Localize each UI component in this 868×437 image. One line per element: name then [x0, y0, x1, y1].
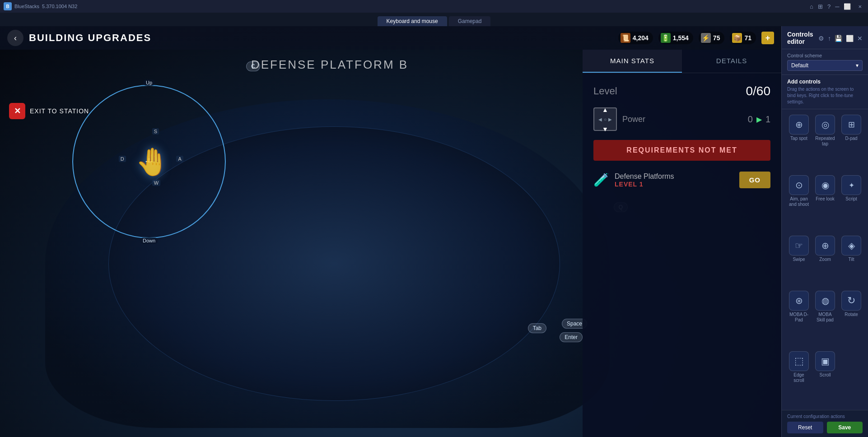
float-key-c: C — [246, 61, 260, 71]
ce-close-icon[interactable]: ✕ — [857, 35, 863, 42]
control-rotate[interactable]: ↻ Rotate — [840, 289, 863, 346]
go-button[interactable]: GO — [739, 172, 770, 188]
power-arrows: ▲ ◀ ○ ▶ ▼ — [598, 106, 612, 133]
zoom-icon: ⊕ — [815, 236, 835, 256]
key-d: D — [119, 156, 126, 162]
control-d-pad[interactable]: ⊞ D-pad — [840, 113, 863, 170]
app-logo: B — [4, 2, 12, 10]
page-title: BUILDING UPGRADES — [29, 32, 151, 44]
moba-dpad-icon: ⊛ — [789, 291, 809, 311]
app-version: 5.370.1004 N32 — [42, 4, 77, 9]
script-icon: ✦ — [841, 175, 861, 195]
power-label: Power — [622, 115, 645, 124]
power-row: ▲ ◀ ○ ▶ ▼ Power 0 ▶ 1 — [593, 107, 770, 131]
scroll-icon: ▣ — [815, 351, 835, 371]
ce-upload-icon[interactable]: ↑ — [828, 35, 831, 42]
reset-button[interactable]: Reset — [787, 422, 823, 433]
control-edge-scroll[interactable]: ⬚ Edge scroll — [787, 349, 811, 406]
tab-main-stats[interactable]: MAIN STATS — [583, 50, 682, 73]
repeated-tap-icon: ◎ — [815, 115, 835, 135]
free-look-label: Free look — [816, 196, 835, 202]
ce-scheme-select[interactable]: Default ▾ — [787, 60, 863, 71]
power-to: 1 — [765, 114, 770, 125]
title-bar-icons: ⌂ ⊞ ? ─ ⬜ × — [810, 3, 864, 10]
level-label: Level — [593, 85, 617, 97]
ce-scheme-value: Default — [791, 62, 808, 69]
control-repeated-tap[interactable]: ◎ Repeated tap — [813, 113, 837, 170]
ce-footer-label: Current configuration actions — [787, 414, 863, 419]
control-moba-dpad[interactable]: ⊛ MOBA D-Pad — [787, 289, 811, 346]
ce-add-title: Add controls — [787, 79, 863, 85]
game-viewport: ‹ BUILDING UPGRADES 📜 4,204 🔋 1,554 ⚡ 75… — [0, 26, 781, 437]
power-arrow-right-icon: ▶ — [756, 115, 762, 124]
gold-value: 71 — [744, 34, 751, 42]
moba-dpad-label: MOBA D-Pad — [789, 312, 809, 323]
minimize-icon[interactable]: ─ — [835, 3, 839, 10]
power-left-icon: ◀ — [598, 117, 602, 122]
power-arrow-down-icon: ▼ — [602, 126, 608, 133]
control-zoom[interactable]: ⊕ Zoom — [813, 234, 837, 285]
requirement-icon: 🧪 — [593, 172, 609, 187]
stats-content: Level 0/60 ▲ ◀ ○ ▶ ▼ — [583, 73, 781, 437]
float-key-enter: Enter — [560, 332, 583, 342]
ce-scheme-section: Control scheme Default ▾ — [782, 49, 868, 75]
moba-skill-label: MOBA Skill pad — [815, 312, 835, 323]
stats-tabs: MAIN STATS DETAILS — [583, 50, 781, 73]
control-overlay: Up Down + S W D A 🤚 — [72, 85, 226, 238]
tilt-label: Tilt — [849, 257, 854, 262]
building-name: DEFENSE PLATFORM B — [251, 58, 408, 72]
ce-add-desc: Drag the actions on the screen to bind k… — [787, 86, 863, 105]
swipe-label: Swipe — [793, 257, 805, 262]
home-icon[interactable]: ⌂ — [810, 3, 813, 10]
power-arrow-up-icon: ▲ — [602, 106, 608, 113]
requirement-text: Defense Platforms LEVEL 1 — [615, 172, 734, 188]
stats-panel: MAIN STATS DETAILS Level 0/60 ▲ ◀ ○ — [583, 50, 781, 437]
edge-scroll-label: Edge scroll — [789, 372, 809, 383]
ce-scheme-label: Control scheme — [787, 53, 863, 58]
control-tilt[interactable]: ◈ Tilt — [840, 234, 863, 285]
close-button[interactable]: × — [855, 3, 864, 10]
save-button[interactable]: Save — [827, 422, 863, 433]
battery-value: 1,554 — [673, 34, 689, 42]
tab-details[interactable]: DETAILS — [682, 50, 781, 73]
control-swipe[interactable]: ☞ Swipe — [787, 234, 811, 285]
ce-settings-icon[interactable]: ⚙ — [818, 35, 824, 42]
gesture-icon: 🤚 — [135, 146, 169, 178]
control-script[interactable]: ✦ Script — [840, 173, 863, 230]
tap-spot-icon: ⊕ — [789, 115, 809, 135]
repeated-tap-label: Repeated tap — [815, 136, 835, 147]
float-key-tab: Tab — [528, 323, 546, 333]
scroll-value: 4,204 — [633, 34, 649, 42]
power-value-row: 0 ▶ 1 — [748, 114, 770, 125]
control-tap-spot[interactable]: ⊕ Tap spot — [787, 113, 811, 170]
ce-title: Controls editor — [787, 31, 818, 45]
ce-add-controls: Add controls Drag the actions on the scr… — [782, 75, 868, 109]
resource-group: 📜 4,204 🔋 1,554 ⚡ 75 📦 71 + — [618, 32, 774, 44]
ce-maximize-icon[interactable]: ⬜ — [846, 35, 854, 42]
grid-icon[interactable]: ⊞ — [818, 3, 823, 10]
back-button[interactable]: ‹ — [7, 30, 23, 46]
aim-pan-shoot-icon: ⊙ — [789, 175, 809, 195]
tab-keyboard[interactable]: Keyboard and mouse — [378, 16, 447, 26]
restore-icon[interactable]: ⬜ — [844, 3, 851, 10]
ce-footer-buttons: Reset Save — [787, 422, 863, 433]
bolt-icon: ⚡ — [701, 33, 711, 43]
tab-bar: Keyboard and mouse Gamepad — [0, 13, 868, 26]
key-w: W — [152, 180, 160, 186]
ce-save-icon[interactable]: 💾 — [835, 35, 842, 42]
resource-scroll: 📜 4,204 — [618, 32, 653, 44]
help-icon[interactable]: ? — [827, 3, 831, 10]
controls-editor: Controls editor ⚙ ↑ 💾 ⬜ ✕ Control scheme… — [781, 26, 868, 437]
ce-controls-grid: ⊕ Tap spot ◎ Repeated tap ⊞ D-pad ⊙ Aim,… — [782, 109, 868, 410]
label-down: Down — [140, 237, 158, 244]
control-scroll[interactable]: ▣ Scroll — [813, 349, 837, 406]
add-resource-button[interactable]: + — [761, 32, 774, 44]
power-dot-icon: ○ — [604, 117, 607, 122]
control-moba-skill[interactable]: ◍ MOBA Skill pad — [813, 289, 837, 346]
control-free-look[interactable]: ◉ Free look — [813, 173, 837, 230]
aim-pan-shoot-label: Aim, pan and shoot — [789, 196, 809, 207]
power-icon: ▲ ◀ ○ ▶ ▼ — [593, 107, 617, 131]
tab-gamepad[interactable]: Gamepad — [449, 16, 491, 26]
resource-bolt: ⚡ 75 — [699, 32, 725, 44]
control-aim-pan-shoot[interactable]: ⊙ Aim, pan and shoot — [787, 173, 811, 230]
